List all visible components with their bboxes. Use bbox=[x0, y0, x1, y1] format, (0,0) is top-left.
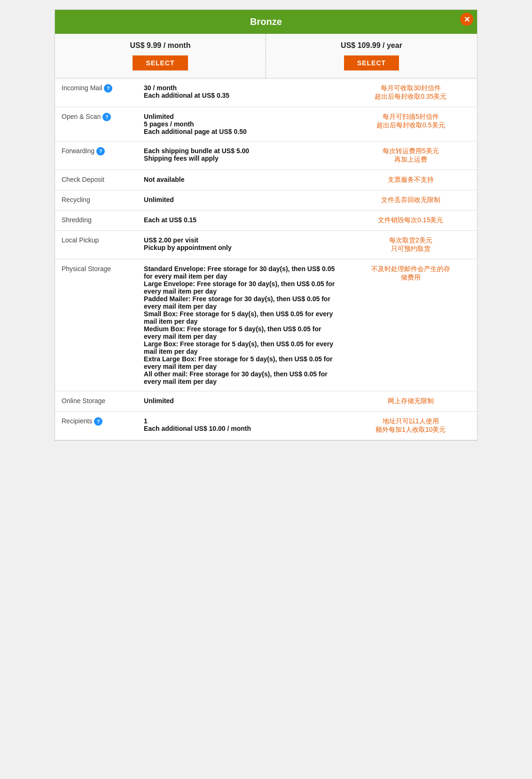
feature-detail-cell: Unlimited5 pages / monthEach additional … bbox=[137, 107, 344, 141]
table-row: Forwarding?Each shipping bundle at US$ 5… bbox=[55, 141, 477, 170]
feature-cn-cell: 文件销毁每次0.15美元 bbox=[344, 210, 477, 231]
feature-name-cell: Recycling bbox=[55, 190, 137, 210]
table-row: Online StorageUnlimited网上存储无限制 bbox=[55, 391, 477, 412]
feature-name-cell: Incoming Mail? bbox=[55, 78, 137, 107]
feature-cn-cell: 文件丢弃回收无限制 bbox=[344, 190, 477, 210]
monthly-pricing-col: US$ 9.99 / month SELECT bbox=[55, 34, 266, 78]
monthly-price: US$ 9.99 / month bbox=[130, 41, 191, 50]
help-icon[interactable]: ? bbox=[96, 147, 105, 156]
table-row: ShreddingEach at US$ 0.15文件销毁每次0.15美元 bbox=[55, 210, 477, 231]
table-row: Open & Scan?Unlimited5 pages / monthEach… bbox=[55, 107, 477, 141]
feature-cn-cell: 网上存储无限制 bbox=[344, 391, 477, 412]
features-table: Incoming Mail?30 / monthEach additional … bbox=[55, 78, 477, 440]
pricing-header: US$ 9.99 / month SELECT US$ 109.99 / yea… bbox=[55, 34, 477, 78]
help-icon[interactable]: ? bbox=[94, 417, 102, 426]
feature-cn-cell: 每次转运费用5美元再加上运费 bbox=[344, 141, 477, 170]
feature-cn-cell: 每月可收取30封信件超出后每封收取0.35美元 bbox=[344, 78, 477, 107]
feature-detail-cell: Unlimited bbox=[137, 391, 344, 412]
feature-name-cell: Forwarding? bbox=[55, 141, 137, 170]
yearly-price: US$ 109.99 / year bbox=[341, 41, 402, 50]
feature-detail-cell: Standard Envelope: Free storage for 30 d… bbox=[137, 259, 344, 391]
feature-cn-cell: 支票服务不支持 bbox=[344, 170, 477, 190]
help-icon[interactable]: ? bbox=[104, 84, 112, 93]
help-icon[interactable]: ? bbox=[102, 113, 111, 121]
yearly-select-button[interactable]: SELECT bbox=[344, 55, 399, 70]
feature-name-cell: Local Pickup bbox=[55, 231, 137, 259]
monthly-select-button[interactable]: SELECT bbox=[133, 55, 188, 70]
close-button[interactable]: ✕ bbox=[460, 13, 473, 26]
feature-detail-cell: Each at US$ 0.15 bbox=[137, 210, 344, 231]
feature-name-cell: Recipients? bbox=[55, 412, 137, 440]
feature-cn-cell: 不及时处理邮件会产生的存储费用 bbox=[344, 259, 477, 391]
table-row: RecyclingUnlimited文件丢弃回收无限制 bbox=[55, 190, 477, 210]
modal-header: Bronze ✕ bbox=[55, 10, 477, 34]
feature-name-cell: Open & Scan? bbox=[55, 107, 137, 141]
feature-detail-cell: US$ 2.00 per visitPickup by appointment … bbox=[137, 231, 344, 259]
feature-detail-cell: 1Each additional US$ 10.00 / month bbox=[137, 412, 344, 440]
feature-name-cell: Check Deposit bbox=[55, 170, 137, 190]
table-row: Check DepositNot available支票服务不支持 bbox=[55, 170, 477, 190]
feature-name-cell: Online Storage bbox=[55, 391, 137, 412]
table-row: Incoming Mail?30 / monthEach additional … bbox=[55, 78, 477, 107]
feature-detail-cell: 30 / monthEach additional at US$ 0.35 bbox=[137, 78, 344, 107]
feature-cn-cell: 地址只可以1人使用额外每加1人收取10美元 bbox=[344, 412, 477, 440]
feature-detail-cell: Not available bbox=[137, 170, 344, 190]
table-row: Physical StorageStandard Envelope: Free … bbox=[55, 259, 477, 391]
feature-detail-cell: Unlimited bbox=[137, 190, 344, 210]
table-row: Local PickupUS$ 2.00 per visitPickup by … bbox=[55, 231, 477, 259]
yearly-pricing-col: US$ 109.99 / year SELECT bbox=[266, 34, 477, 78]
feature-cn-cell: 每次取货2美元只可预约取货 bbox=[344, 231, 477, 259]
modal-title: Bronze bbox=[250, 16, 282, 27]
pricing-modal: Bronze ✕ US$ 9.99 / month SELECT US$ 109… bbox=[55, 9, 477, 441]
feature-detail-cell: Each shipping bundle at US$ 5.00Shipping… bbox=[137, 141, 344, 170]
feature-name-cell: Physical Storage bbox=[55, 259, 137, 391]
table-row: Recipients?1Each additional US$ 10.00 / … bbox=[55, 412, 477, 440]
feature-cn-cell: 每月可扫描5封信件超出后每封收取0.5美元 bbox=[344, 107, 477, 141]
feature-name-cell: Shredding bbox=[55, 210, 137, 231]
